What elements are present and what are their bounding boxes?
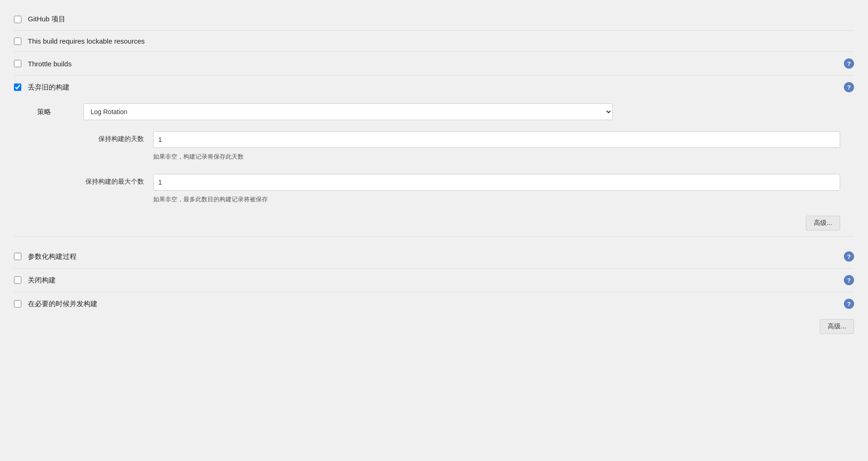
max-field-content: 如果非空，最多此数目的构建记录将被保存 — [153, 174, 840, 205]
divider-4 — [14, 236, 854, 237]
max-field-label: 保持构建的最大个数 — [60, 174, 144, 186]
github-project-checkbox[interactable] — [14, 16, 21, 23]
max-field-row: 保持构建的最大个数 如果非空，最多此数目的构建记录将被保存 — [60, 168, 840, 211]
lockable-resources-row: This build requires lockable resources — [14, 32, 854, 51]
divider-1 — [14, 30, 854, 31]
concurrent-label: 在必要的时候并发构建 — [28, 300, 844, 308]
advanced-btn-row-bottom: 高级... — [14, 314, 854, 339]
discard-old-label: 丢弃旧的构建 — [28, 83, 844, 92]
disable-build-help-icon[interactable]: ? — [844, 275, 854, 285]
days-field-input[interactable] — [153, 131, 840, 148]
lockable-resources-checkbox[interactable] — [14, 38, 21, 45]
parameterized-help-icon[interactable]: ? — [844, 251, 854, 262]
disable-build-label: 关闭构建 — [28, 276, 844, 285]
days-field-label: 保持构建的天数 — [60, 131, 144, 143]
throttle-builds-help-icon[interactable]: ? — [844, 58, 854, 69]
parameterized-row: 参数化构建过程 ? — [14, 246, 854, 267]
max-field-hint: 如果非空，最多此数目的构建记录将被保存 — [153, 193, 840, 205]
concurrent-help-icon[interactable]: ? — [844, 299, 854, 309]
concurrent-row: 在必要的时候并发构建 ? — [14, 293, 854, 314]
concurrent-checkbox[interactable] — [14, 300, 21, 307]
throttle-builds-row: Throttle builds ? — [14, 53, 854, 74]
discard-old-checkbox[interactable] — [14, 83, 21, 91]
parameterized-checkbox[interactable] — [14, 253, 21, 260]
discard-old-row: 丢弃旧的构建 ? — [14, 77, 854, 98]
advanced-button-top[interactable]: 高级... — [806, 216, 840, 230]
days-field-row: 保持构建的天数 如果非空，构建记录将保存此天数 — [60, 126, 840, 168]
strategy-label: 策略 — [37, 108, 74, 116]
strategy-select[interactable]: Log Rotation Days Count — [84, 103, 613, 120]
github-project-row: GitHub 项目 — [14, 9, 854, 29]
max-field-input[interactable] — [153, 174, 840, 191]
days-field-content: 如果非空，构建记录将保存此天数 — [153, 131, 840, 163]
throttle-builds-checkbox[interactable] — [14, 60, 21, 67]
strategy-row: 策略 Log Rotation Days Count — [14, 98, 854, 126]
divider-2 — [14, 51, 854, 52]
divider-3 — [14, 75, 854, 76]
disable-build-row: 关闭构建 ? — [14, 269, 854, 291]
divider-5 — [14, 268, 854, 269]
divider-6 — [14, 292, 854, 292]
main-container: GitHub 项目 This build requires lockable r… — [0, 0, 868, 348]
disable-build-checkbox[interactable] — [14, 276, 21, 284]
parameterized-label: 参数化构建过程 — [28, 252, 844, 261]
days-field-hint: 如果非空，构建记录将保存此天数 — [153, 151, 840, 163]
advanced-btn-row-top: 高级... — [60, 211, 840, 235]
sub-section: 保持构建的天数 如果非空，构建记录将保存此天数 保持构建的最大个数 如果非空，最… — [14, 126, 854, 235]
github-project-label: GitHub 项目 — [28, 15, 854, 24]
lockable-resources-label: This build requires lockable resources — [28, 37, 854, 45]
bottom-section: 参数化构建过程 ? 关闭构建 ? 在必要的时候并发构建 ? 高级... — [14, 246, 854, 339]
throttle-builds-label: Throttle builds — [28, 60, 844, 68]
advanced-button-bottom[interactable]: 高级... — [820, 319, 854, 334]
discard-old-help-icon[interactable]: ? — [844, 82, 854, 92]
